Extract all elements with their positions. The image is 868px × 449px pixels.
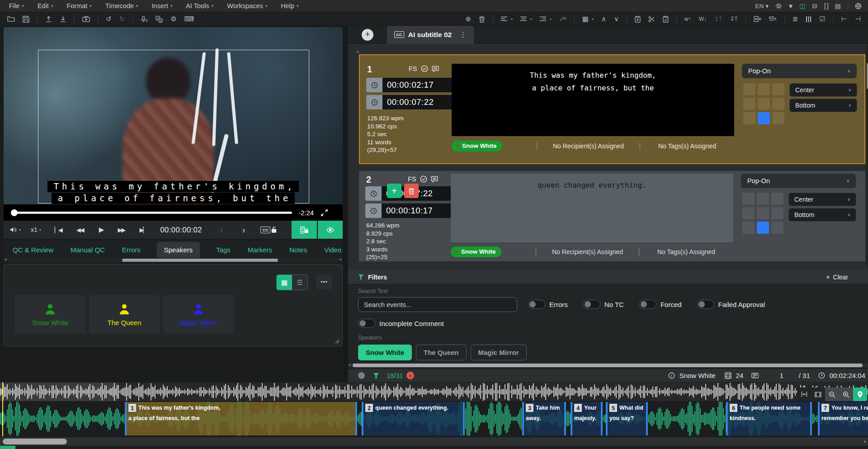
split-event-icon[interactable] (754, 16, 761, 22)
timecode-in-input[interactable] (382, 78, 453, 92)
clear-filter-icon[interactable]: × (406, 372, 414, 379)
previous-event-button[interactable]: ▏◀ (55, 227, 62, 233)
remove-speaker-icon[interactable]: × (455, 249, 458, 255)
language-selector[interactable]: EN▾ (755, 2, 769, 9)
timeline-event-2[interactable]: 2queen changed everything. (362, 402, 465, 435)
filter-toggle-no-tc[interactable]: No TC (583, 300, 624, 309)
clear-filters-button[interactable]: × Clear (826, 274, 848, 281)
filter-toggle-incomplete-comment[interactable]: Incomplete Comment (358, 319, 444, 328)
position-cell[interactable] (757, 193, 769, 205)
checkbox-icon[interactable]: ☑ (819, 15, 825, 23)
move-up-icon[interactable]: ∧ (601, 15, 606, 23)
scroll-right-arrow[interactable]: ▸ (340, 257, 342, 261)
word-down-icon[interactable]: W↓ (699, 16, 707, 22)
add-document-button[interactable]: + (362, 29, 373, 41)
move-down-icon[interactable]: ∨ (614, 15, 619, 23)
waveform-detail[interactable]: 1This was my father's kingdom, a place o… (0, 401, 868, 436)
tab-manual-qc[interactable]: Manual QC (70, 242, 106, 258)
scrollbar-thumb[interactable] (122, 259, 278, 262)
search-input[interactable] (358, 297, 517, 312)
position-cell[interactable] (771, 193, 783, 205)
speaker-chip[interactable]: × Snow White (451, 246, 501, 257)
fit-width-icon[interactable] (797, 388, 811, 401)
left-tabs-scrollbar[interactable]: ◂ ▸ (4, 258, 343, 262)
add-event-icon[interactable]: ⊕ (465, 15, 471, 23)
playback-speed[interactable]: x1▾ (31, 226, 41, 233)
timecode-out-field[interactable] (365, 203, 452, 218)
tab-errors[interactable]: Errors (121, 242, 142, 258)
filters-scrollbar[interactable]: ◂ (348, 363, 868, 368)
scrollbar-thumb[interactable] (353, 364, 863, 367)
event-list-scrollbar[interactable] (866, 45, 868, 267)
cut-scissors-icon[interactable] (648, 16, 655, 23)
delete-event-button[interactable] (404, 184, 419, 198)
insert-event-button[interactable]: + (387, 184, 401, 198)
position-cell[interactable] (758, 83, 770, 95)
toggle-switch[interactable] (358, 319, 375, 328)
align-left-icon[interactable] (501, 16, 508, 22)
status-dot[interactable] (358, 372, 365, 379)
menu-help[interactable]: Help▾ (281, 2, 298, 9)
filter-toggle-forced[interactable]: Forced (639, 300, 682, 309)
event-row-1[interactable]: 1 FS 126.923 wpm 10.962 cps 5.2 sec 11 w… (359, 54, 865, 164)
align-right-icon[interactable] (540, 16, 547, 22)
current-event-number[interactable]: 1 (779, 372, 783, 379)
scroll-right-arrow[interactable]: ▸ (864, 439, 866, 444)
display-mode-select[interactable]: Pop-On∨ (742, 64, 857, 78)
timeline-scrollbar[interactable]: ▸ (0, 437, 868, 446)
settings-gear-icon[interactable]: ⚙ (170, 15, 176, 23)
merge-events-icon[interactable] (769, 16, 777, 22)
captions-toggle[interactable]: CC (260, 227, 277, 233)
timecode-out-field[interactable] (366, 95, 453, 109)
horizontal-align-select[interactable]: Center∨ (789, 83, 857, 97)
grid-view-button[interactable]: ▦ (277, 275, 292, 290)
fullscreen-icon[interactable]: [ ] (824, 2, 828, 9)
sort-events-icon[interactable]: ↓ᴬᶻ (559, 16, 566, 22)
timeline-event-6[interactable]: 6The people need some kindness. (726, 402, 812, 435)
timeline-event-3[interactable]: 3Take him away. (522, 402, 566, 435)
timecode-out-input[interactable] (382, 203, 452, 218)
speaker-card-magic-mirror[interactable]: Magic Mirror (163, 295, 234, 333)
redo-icon[interactable]: ↻ (119, 15, 125, 23)
position-cell[interactable] (742, 207, 755, 219)
menu-timecode[interactable]: Timecode▾ (105, 2, 138, 9)
subtitle-text-editor[interactable]: This was my father's kingdom, a place of… (452, 64, 734, 136)
timeline-event-7[interactable]: 7You know, I really remember you being (818, 402, 868, 435)
snap-end-icon[interactable]: ⊣ (855, 15, 861, 23)
recipients-label[interactable]: No Recipient(s) Assigned (536, 248, 639, 255)
playhead[interactable] (2, 382, 3, 436)
position-cell[interactable] (771, 207, 783, 219)
approve-check-icon[interactable] (421, 65, 428, 72)
word-up-icon[interactable]: w↑ (684, 16, 691, 22)
step-back-chevron[interactable]: ‹ (220, 225, 223, 235)
resize-handle[interactable] (335, 339, 340, 344)
tab-notes[interactable]: Notes (288, 242, 308, 258)
keyboard-shortcuts-icon[interactable]: ⌨ (184, 15, 194, 23)
tab-tags[interactable]: Tags (215, 242, 231, 258)
expand-video-icon[interactable] (321, 209, 328, 216)
tab-qc-review[interactable]: QC & Review (12, 242, 54, 258)
menu-ai-tools[interactable]: AI Tools▾ (186, 2, 213, 9)
comment-icon[interactable] (431, 176, 438, 183)
speaker-card-snow-white[interactable]: Snow White (15, 295, 85, 333)
horizontal-align-select[interactable]: Center∨ (788, 193, 856, 206)
position-cell[interactable] (742, 193, 755, 205)
theme-sun-icon[interactable] (775, 3, 782, 9)
tab-speakers[interactable]: Speakers (157, 242, 200, 258)
position-cell-active[interactable] (757, 222, 769, 234)
position-cell[interactable] (743, 98, 755, 110)
toggle-switch[interactable] (583, 300, 600, 309)
position-cell[interactable] (772, 98, 784, 110)
filter-chip-the-queen[interactable]: The Queen (416, 345, 467, 360)
toggle-switch[interactable] (697, 300, 714, 309)
menu-file[interactable]: File▾ (9, 2, 24, 9)
filmstrip-icon[interactable] (811, 388, 825, 401)
timeline-event-4[interactable]: 4Your majesty. (571, 402, 603, 435)
tags-label[interactable]: No Tags(s) Assigned (639, 248, 733, 255)
speaker-chip[interactable]: × Snow White (452, 141, 502, 151)
list-view-button[interactable]: ☰ (292, 275, 307, 290)
next-event-button[interactable]: ▶▏ (139, 227, 146, 233)
comment-icon[interactable] (432, 66, 439, 72)
paste-icon[interactable] (635, 16, 641, 23)
waveform-overview[interactable] (0, 383, 868, 401)
